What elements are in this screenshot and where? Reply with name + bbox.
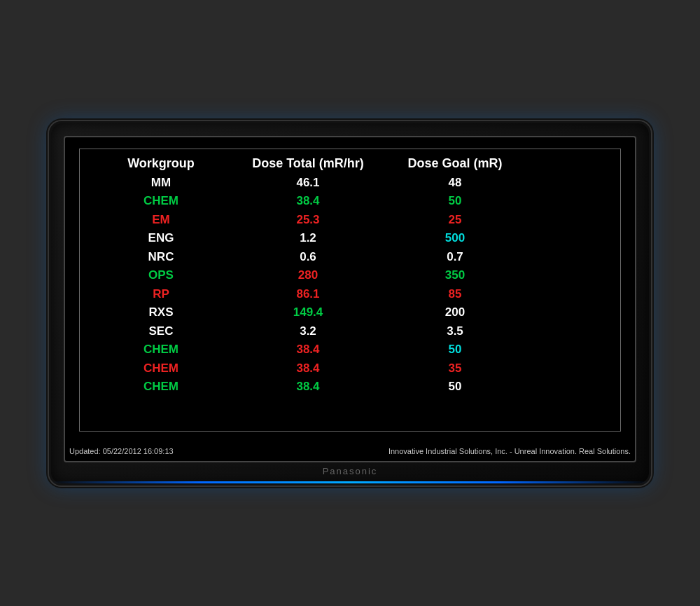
table-row: RP86.185: [91, 285, 609, 303]
workgroup-cell: OPS: [91, 266, 231, 284]
table-row: MM46.148: [91, 174, 609, 192]
table-row: CHEM38.450: [91, 340, 609, 359]
dose-total-cell: 25.3: [231, 211, 385, 229]
blue-accent-bar: [51, 481, 649, 483]
dose-total-cell: 280: [231, 266, 385, 284]
workgroup-cell: EM: [91, 211, 231, 229]
table-row: ENG1.2500: [91, 229, 609, 247]
table-body: MM46.148CHEM38.450EM25.325ENG1.2500NRC0.…: [91, 174, 609, 396]
table-row: CHEM38.450: [91, 192, 609, 210]
tv-screen: Workgroup Dose Total (mR/hr) Dose Goal (…: [64, 136, 636, 462]
dose-goal-cell: 48: [385, 174, 525, 192]
dose-goal-cell: 25: [385, 211, 525, 229]
workgroup-cell: CHEM: [91, 359, 231, 378]
dose-total-header: Dose Total (mR/hr): [231, 156, 385, 171]
dose-goal-cell: 85: [385, 285, 525, 303]
dose-total-cell: 86.1: [231, 285, 385, 303]
dose-total-cell: 1.2: [231, 229, 385, 247]
table-row: CHEM38.450: [91, 378, 609, 396]
table-row: CHEM38.435: [91, 359, 609, 378]
workgroup-cell: ENG: [91, 229, 231, 247]
table-header: Workgroup Dose Total (mR/hr) Dose Goal (…: [91, 156, 609, 171]
workgroup-cell: RXS: [91, 303, 231, 322]
workgroup-cell: CHEM: [91, 340, 231, 359]
workgroup-cell: RP: [91, 285, 231, 303]
updated-timestamp: Updated: 05/22/2012 16:09:13: [69, 447, 174, 455]
dose-total-cell: 38.4: [231, 359, 385, 378]
dose-goal-header: Dose Goal (mR): [385, 156, 525, 171]
dose-goal-cell: 0.7: [385, 248, 525, 266]
screen-content: Workgroup Dose Total (mR/hr) Dose Goal (…: [79, 149, 621, 432]
table-row: OPS280350: [91, 266, 609, 284]
table-row: SEC3.23.5: [91, 322, 609, 340]
workgroup-cell: SEC: [91, 322, 231, 340]
dose-total-cell: 0.6: [231, 248, 385, 266]
dose-total-cell: 38.4: [231, 378, 385, 396]
table-row: NRC0.60.7: [91, 248, 609, 266]
dose-goal-cell: 3.5: [385, 322, 525, 340]
dose-goal-cell: 50: [385, 340, 525, 359]
workgroup-cell: NRC: [91, 248, 231, 266]
dose-total-cell: 46.1: [231, 174, 385, 192]
dose-goal-cell: 35: [385, 359, 525, 378]
table-row: RXS149.4200: [91, 303, 609, 322]
dose-goal-cell: 50: [385, 192, 525, 210]
workgroup-cell: CHEM: [91, 378, 231, 396]
dose-total-cell: 38.4: [231, 340, 385, 359]
workgroup-cell: CHEM: [91, 192, 231, 210]
dose-total-cell: 149.4: [231, 303, 385, 322]
dose-total-cell: 3.2: [231, 322, 385, 340]
dose-goal-cell: 350: [385, 266, 525, 284]
dose-goal-cell: 50: [385, 378, 525, 396]
company-tagline: Innovative Industrial Solutions, Inc. - …: [388, 447, 631, 455]
footer-bar: Updated: 05/22/2012 16:09:13 Innovative …: [65, 447, 635, 455]
tv-monitor: Workgroup Dose Total (mR/hr) Dose Goal (…: [49, 121, 651, 486]
workgroup-header: Workgroup: [91, 156, 231, 171]
dose-goal-cell: 500: [385, 229, 525, 247]
dose-goal-cell: 200: [385, 303, 525, 322]
dose-total-cell: 38.4: [231, 192, 385, 210]
table-row: EM25.325: [91, 211, 609, 229]
workgroup-cell: MM: [91, 174, 231, 192]
